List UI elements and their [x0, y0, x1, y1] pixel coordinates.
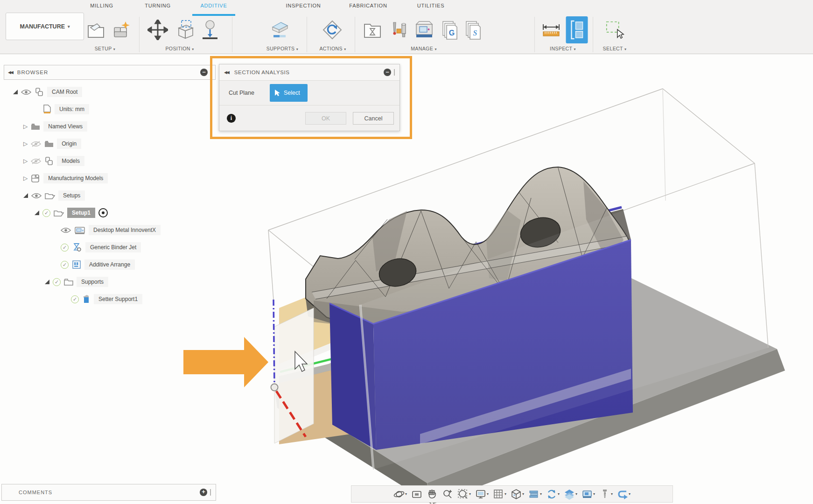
- tree-row-additive-arrange[interactable]: ✓ Additive Arrange: [61, 258, 135, 272]
- group-label-setup[interactable]: SETUP ▾: [95, 46, 116, 51]
- simulate-button[interactable]: ▾: [545, 488, 561, 500]
- display-settings-button[interactable]: ▾: [474, 488, 490, 500]
- drop-to-platform-button[interactable]: [199, 19, 221, 41]
- tree-row-setter-support1[interactable]: ✓ Setter Support1: [71, 292, 142, 306]
- generate-button[interactable]: [322, 19, 343, 41]
- tree-item-label[interactable]: Manufacturing Models: [43, 173, 108, 183]
- expander-collapsed-icon[interactable]: ▷: [23, 141, 28, 147]
- orbit-button[interactable]: ▾: [392, 488, 408, 500]
- new-setup-button[interactable]: [85, 19, 106, 41]
- new-folder-button[interactable]: [110, 19, 131, 41]
- tree-row-cam-root[interactable]: CAM Root: [13, 85, 82, 99]
- tree-row-manufacturing-models[interactable]: ▷ Manufacturing Models: [23, 171, 108, 185]
- job-manager-button[interactable]: [362, 19, 383, 41]
- dialog-drag-grip[interactable]: [394, 69, 395, 76]
- tab-milling[interactable]: MILLING: [90, 3, 113, 8]
- info-icon[interactable]: i: [227, 114, 236, 123]
- tree-item-label[interactable]: Supports: [77, 277, 108, 287]
- minimize-icon[interactable]: –: [200, 69, 208, 76]
- steps-button[interactable]: ▾: [527, 488, 543, 500]
- tree-item-label[interactable]: Setups: [58, 190, 85, 201]
- tree-item-label[interactable]: Generic Binder Jet: [85, 242, 141, 252]
- tab-turning[interactable]: TURNING: [145, 3, 171, 8]
- tree-row-machine[interactable]: Desktop Metal InnoventX: [61, 223, 161, 237]
- tree-row-supports[interactable]: ✓ Supports: [45, 275, 108, 289]
- tree-item-label[interactable]: Origin: [57, 139, 81, 149]
- tree-item-label[interactable]: Desktop Metal InnoventX: [89, 225, 161, 235]
- tab-additive[interactable]: ADDITIVE: [200, 3, 227, 8]
- layers-button[interactable]: ▾: [562, 488, 579, 500]
- group-label-supports[interactable]: SUPPORTS ▾: [266, 46, 299, 51]
- eye-icon[interactable]: [21, 89, 31, 96]
- tree-row-binder-jet[interactable]: ✓ Generic Binder Jet: [61, 240, 141, 254]
- eye-off-icon[interactable]: [31, 158, 41, 165]
- tree-item-label[interactable]: Additive Arrange: [84, 259, 135, 270]
- tree-row-models[interactable]: ▷ Models: [23, 154, 84, 168]
- measure-button[interactable]: [540, 19, 562, 41]
- tree-row-setups[interactable]: Setups: [23, 189, 85, 203]
- collapse-dialog-icon[interactable]: ◀◀: [224, 70, 229, 75]
- eye-off-icon[interactable]: [31, 140, 41, 147]
- group-label-manage[interactable]: MANAGE ▾: [411, 46, 437, 51]
- eye-icon[interactable]: [61, 227, 71, 234]
- dialog-header[interactable]: ◀◀ SECTION ANALYSIS –: [219, 64, 399, 81]
- viewports-button[interactable]: ▾: [509, 488, 526, 500]
- tree-item-label[interactable]: CAM Root: [47, 87, 82, 97]
- tree-row-units[interactable]: Units: mm: [43, 102, 89, 116]
- expander-expanded-icon[interactable]: [45, 280, 49, 284]
- supports-button[interactable]: [269, 19, 291, 41]
- grid-button[interactable]: ▾: [491, 488, 508, 500]
- tab-fabrication[interactable]: FABRICATION: [349, 3, 387, 8]
- look-at-button[interactable]: [410, 488, 424, 500]
- expander-expanded-icon[interactable]: [23, 193, 28, 198]
- cut-plane-select-button[interactable]: Select: [270, 84, 308, 102]
- tree-item-label[interactable]: Named Views: [43, 121, 87, 132]
- group-label-inspect[interactable]: INSPECT ▾: [550, 46, 576, 51]
- pan-button[interactable]: [425, 488, 439, 500]
- tree-row-setup1[interactable]: ✓ Setup1: [35, 206, 108, 220]
- browser-panel-header[interactable]: ◀◀ BROWSER –: [4, 65, 216, 80]
- window-zoom-button[interactable]: ▾: [456, 488, 472, 500]
- group-label-select[interactable]: SELECT ▾: [603, 46, 627, 51]
- cut-plane-handle[interactable]: [271, 384, 278, 391]
- tree-row-origin[interactable]: ▷ Origin: [23, 137, 81, 151]
- toolpath-button[interactable]: ▾: [616, 488, 632, 500]
- gcode-documents-button[interactable]: G: [440, 19, 462, 41]
- tab-utilities[interactable]: UTILITIES: [417, 3, 445, 8]
- expander-collapsed-icon[interactable]: ▷: [23, 124, 28, 129]
- position-bounding-box-button[interactable]: [175, 19, 196, 41]
- tree-item-label[interactable]: Units: mm: [55, 104, 89, 114]
- expander-collapsed-icon[interactable]: ▷: [23, 158, 28, 164]
- tab-inspection[interactable]: INSPECTION: [286, 3, 321, 8]
- tree-item-label[interactable]: Setter Support1: [94, 294, 142, 304]
- post-library-button[interactable]: S: [463, 19, 485, 41]
- ok-button[interactable]: OK: [305, 112, 346, 125]
- group-label-actions[interactable]: ACTIONS ▾: [319, 46, 346, 51]
- active-setup-radio-icon[interactable]: [98, 208, 108, 217]
- eye-icon[interactable]: [31, 192, 42, 199]
- collapse-panel-icon[interactable]: ◀◀: [8, 70, 13, 75]
- move-button[interactable]: [147, 19, 168, 41]
- machine-library-button[interactable]: [414, 19, 435, 41]
- tree-item-label[interactable]: Models: [57, 156, 84, 166]
- expander-collapsed-icon[interactable]: ▷: [23, 175, 28, 181]
- minimize-icon[interactable]: –: [384, 69, 391, 76]
- panel-drag-grip[interactable]: [210, 489, 211, 496]
- expander-expanded-icon[interactable]: [35, 210, 39, 215]
- machine-display-button[interactable]: ▾: [580, 488, 596, 500]
- tree-item-label-selected[interactable]: Setup1: [67, 208, 95, 218]
- add-comment-icon[interactable]: +: [200, 489, 207, 496]
- tool-library-button[interactable]: [388, 19, 410, 41]
- cancel-button[interactable]: Cancel: [353, 112, 394, 125]
- select-button[interactable]: [604, 19, 625, 41]
- tree-row-named-views[interactable]: ▷ Named Views: [23, 119, 87, 133]
- workspace-switcher-button[interactable]: MANUFACTURE ▾: [6, 13, 84, 40]
- panel-drag-grip[interactable]: [210, 69, 211, 76]
- comments-panel-header[interactable]: COMMENTS +: [1, 484, 216, 501]
- zoom-button[interactable]: [441, 488, 455, 500]
- section-plane-white[interactable]: [274, 308, 314, 443]
- group-label-position[interactable]: POSITION ▾: [165, 46, 194, 51]
- tool-button[interactable]: ▾: [598, 488, 614, 500]
- section-analysis-button-active[interactable]: [566, 16, 588, 43]
- expander-expanded-icon[interactable]: [13, 90, 18, 94]
